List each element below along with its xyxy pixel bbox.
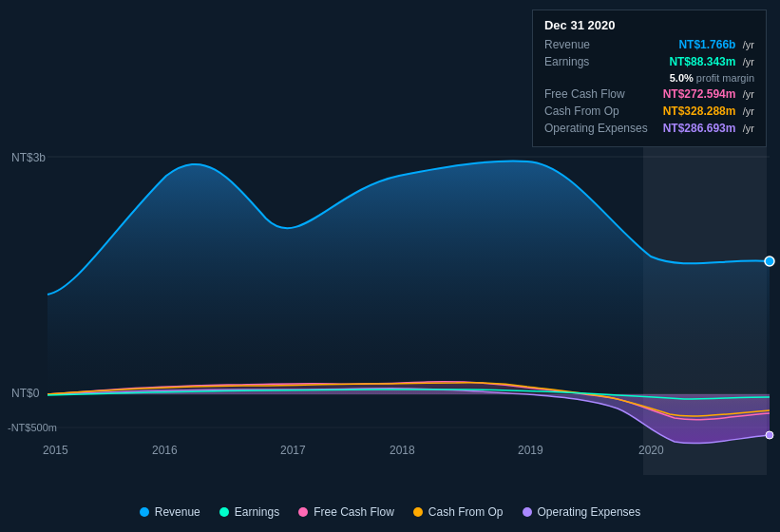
tooltip-value-cashfromop: NT$328.288m — [663, 104, 736, 118]
tooltip-row-earnings: Earnings NT$88.343m /yr — [544, 55, 754, 68]
tooltip-row-opex: Operating Expenses NT$286.693m /yr — [544, 122, 754, 135]
tooltip-row-revenue: Revenue NT$1.766b /yr — [544, 38, 754, 51]
legend-label-opex: Operating Expenses — [538, 505, 641, 519]
legend-item-fcf[interactable]: Free Cash Flow — [298, 505, 394, 519]
chart-container: NT$3b NT$0 -NT$500m 2015 2016 2017 2018 … — [0, 0, 780, 532]
tooltip: Dec 31 2020 Revenue NT$1.766b /yr Earnin… — [532, 10, 767, 147]
legend-dot-revenue — [140, 507, 149, 517]
legend-item-revenue[interactable]: Revenue — [140, 505, 200, 519]
tooltip-value-earnings: NT$88.343m — [669, 55, 735, 68]
tooltip-label-opex: Operating Expenses — [544, 122, 648, 135]
svg-point-3 — [765, 256, 774, 266]
legend-dot-opex — [523, 507, 532, 517]
svg-text:NT$0: NT$0 — [11, 387, 40, 400]
tooltip-label-cashfromop: Cash From Op — [544, 104, 619, 118]
svg-text:2018: 2018 — [390, 444, 415, 457]
tooltip-profit-pct: 5.0% — [670, 72, 694, 84]
svg-text:NT$3b: NT$3b — [11, 151, 46, 164]
tooltip-label-fcf: Free Cash Flow — [544, 87, 625, 101]
legend-dot-earnings — [219, 507, 229, 517]
legend-item-opex[interactable]: Operating Expenses — [523, 505, 641, 519]
legend-item-earnings[interactable]: Earnings — [219, 505, 279, 519]
tooltip-row-cashfromop: Cash From Op NT$328.288m /yr — [544, 104, 754, 118]
tooltip-value-opex: NT$286.693m — [663, 122, 736, 135]
tooltip-date: Dec 31 2020 — [544, 18, 754, 32]
legend-label-earnings: Earnings — [235, 505, 279, 519]
chart-legend: Revenue Earnings Free Cash Flow Cash Fro… — [0, 505, 780, 519]
svg-text:2017: 2017 — [280, 444, 306, 457]
svg-text:2015: 2015 — [43, 444, 68, 457]
legend-item-cashfromop[interactable]: Cash From Op — [413, 505, 504, 519]
svg-text:2016: 2016 — [152, 444, 178, 457]
legend-label-fcf: Free Cash Flow — [314, 505, 394, 519]
legend-dot-fcf — [298, 507, 308, 517]
legend-label-revenue: Revenue — [155, 505, 200, 519]
tooltip-label-revenue: Revenue — [544, 38, 590, 51]
svg-text:2019: 2019 — [518, 444, 543, 457]
legend-label-cashfromop: Cash From Op — [428, 505, 504, 519]
tooltip-label-earnings: Earnings — [544, 55, 589, 68]
svg-point-4 — [766, 431, 773, 439]
svg-text:2020: 2020 — [638, 444, 664, 457]
legend-dot-cashfromop — [413, 507, 423, 517]
tooltip-value-revenue: NT$1.766b — [678, 38, 735, 51]
svg-text:-NT$500m: -NT$500m — [8, 422, 57, 433]
tooltip-value-fcf: NT$272.594m — [663, 87, 736, 101]
tooltip-row-fcf: Free Cash Flow NT$272.594m /yr — [544, 87, 754, 101]
